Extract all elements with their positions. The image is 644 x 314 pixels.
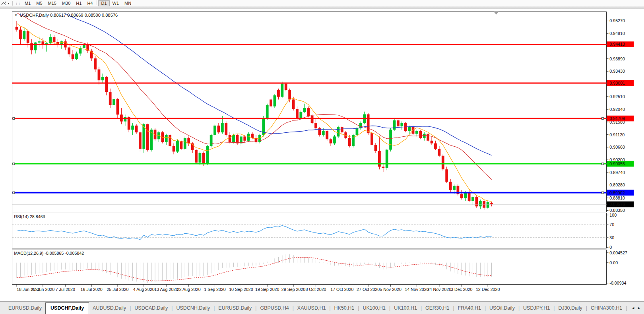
tab-hk50-h1[interactable]: HK50,H1: [331, 303, 358, 313]
level-handle[interactable]: [13, 163, 15, 165]
rsi-tick-label: 100: [609, 213, 617, 217]
candle-body: [34, 43, 37, 50]
price-tick-label: 0.90660: [609, 145, 625, 149]
candle-body: [487, 202, 489, 208]
tab-scroll-arrows: ◄ ►: [628, 302, 644, 314]
tab-uk100-h1[interactable]: UK100,H1: [359, 303, 389, 313]
timeframe-button-m30[interactable]: M30: [59, 0, 73, 6]
candle-body: [101, 77, 104, 80]
tab-audusd-daily[interactable]: AUDUSD,Daily: [89, 303, 130, 313]
timeframe-button-h4[interactable]: H4: [84, 0, 95, 6]
tab-uk100-h1[interactable]: UK100,H1: [390, 303, 421, 313]
candle-body: [434, 143, 437, 149]
macd-label: MACD(12,26,9) -0.005865 -0.005842: [14, 251, 84, 256]
candle-body: [105, 77, 108, 92]
window-splitter[interactable]: [0, 6, 644, 9]
date-tick-label: 27 Jun 2020: [31, 287, 55, 292]
price-tag-label: 0.90055: [609, 161, 625, 166]
candle-body: [386, 150, 388, 168]
candle-body: [240, 136, 242, 143]
tab-china300-h1[interactable]: CHINA300,H1: [587, 303, 626, 313]
candle-body: [389, 130, 392, 149]
level-handle[interactable]: [13, 192, 15, 194]
date-tick-label: 19 Sep 2020: [255, 287, 279, 292]
timeframe-button-m1[interactable]: M1: [22, 0, 33, 6]
tab-eurusd-daily[interactable]: EURUSD,Daily: [215, 303, 255, 313]
candle-body: [243, 136, 246, 140]
symbol-tabs: EURUSD,DailyUSDCHF,DailyAUDUSD,Daily|USD…: [0, 302, 628, 314]
toolbar-grip-handle[interactable]: ⋮⋮: [15, 2, 20, 5]
candle-body: [210, 135, 213, 146]
timeframe-button-m15[interactable]: M15: [45, 0, 59, 6]
tab-usoil-daily[interactable]: USOil,Daily: [486, 303, 518, 313]
price-tick-label: 0.89740: [609, 170, 625, 175]
tab-scroll-right-icon[interactable]: ►: [637, 306, 641, 310]
candle-body: [266, 105, 269, 118]
candle-body: [326, 131, 328, 140]
trendline-tool-icon: [1, 1, 6, 6]
candle-body: [449, 182, 452, 190]
timeframe-button-d1[interactable]: D1: [98, 0, 109, 6]
level-handle[interactable]: [601, 192, 603, 194]
chart-collapse-icon[interactable]: ▼: [14, 14, 17, 17]
candle-body: [460, 194, 463, 198]
rsi-tick-label: 70: [609, 222, 614, 227]
rsi-label: RSI(14) 28.8463: [14, 214, 45, 219]
dropdown-caret-icon[interactable]: ▼: [7, 2, 10, 5]
tab-eurusd-daily[interactable]: EURUSD,Daily: [5, 303, 45, 313]
chart-canvas[interactable]: ▼USDCHF,Daily 0.88617 0.88669 0.88500 0.…: [0, 9, 644, 301]
trendline-tool-button[interactable]: ▼: [0, 1, 11, 6]
candle-body: [229, 135, 231, 142]
timeframe-button-m5[interactable]: M5: [33, 0, 45, 6]
candle-body: [442, 156, 444, 169]
candle-body: [199, 153, 202, 163]
candle-body: [393, 120, 396, 130]
candle-body: [337, 127, 340, 136]
candle-body: [23, 31, 25, 39]
level-handle[interactable]: [601, 118, 603, 120]
date-tick-label: 7 Jul 2020: [56, 287, 75, 292]
tab-usdcad-daily[interactable]: USDCAD,Daily: [131, 303, 171, 313]
date-tick-label: 3 Dec 2020: [451, 287, 473, 292]
tab-scroll-left-icon[interactable]: ◄: [631, 306, 635, 310]
candle-body: [195, 150, 198, 163]
candle-body: [202, 153, 205, 164]
candle-body: [173, 146, 175, 152]
candle-body: [400, 123, 403, 126]
candle-body: [19, 30, 22, 39]
candle-body: [314, 123, 317, 128]
level-handle[interactable]: [601, 163, 603, 165]
candle-body: [292, 99, 295, 109]
candle-body: [475, 197, 478, 206]
tab-usdjpy-h1[interactable]: USDJPY,H1: [520, 303, 553, 313]
tab-ger30-h1[interactable]: GER30,H1: [422, 303, 453, 313]
candle-body: [165, 135, 168, 142]
candle-body: [431, 141, 433, 143]
candle-body: [277, 90, 280, 97]
date-tick-label: 22 Aug 2020: [177, 287, 201, 292]
candle-body: [307, 108, 310, 116]
candle-body: [217, 126, 220, 132]
tab-xauusd-h1[interactable]: XAUUSD,H1: [294, 303, 330, 313]
candle-body: [415, 131, 418, 134]
tab-usdchf-daily[interactable]: USDCHF,Daily: [45, 302, 89, 314]
price-tick-label: 0.91120: [609, 132, 625, 137]
panel-frame-1: [12, 213, 606, 248]
toolbar-separator: [12, 1, 13, 6]
timeframe-button-h1[interactable]: H1: [73, 0, 84, 6]
date-tick-label: 16 Jul 2020: [81, 287, 103, 292]
macd-tick-label: 0.004527: [609, 250, 627, 255]
tab-usdcnh-daily[interactable]: USDCNH,Daily: [173, 303, 213, 313]
level-handle[interactable]: [13, 118, 15, 120]
date-tick-label: 4 Aug 2020: [133, 287, 155, 292]
candle-body: [124, 117, 126, 122]
candle-body: [53, 37, 56, 42]
tab-gbpusd-h4[interactable]: GBPUSD,H4: [256, 303, 292, 313]
tab-dj30-daily[interactable]: DJ30,Daily: [555, 303, 586, 313]
timeframe-button-mn[interactable]: MN: [122, 0, 134, 6]
candle-body: [251, 134, 254, 138]
tab-fra40-h1[interactable]: FRA40,H1: [454, 303, 485, 313]
candle-body: [299, 112, 302, 118]
timeframe-button-w1[interactable]: W1: [110, 0, 122, 6]
date-tick-label: 17 Oct 2020: [330, 287, 353, 292]
